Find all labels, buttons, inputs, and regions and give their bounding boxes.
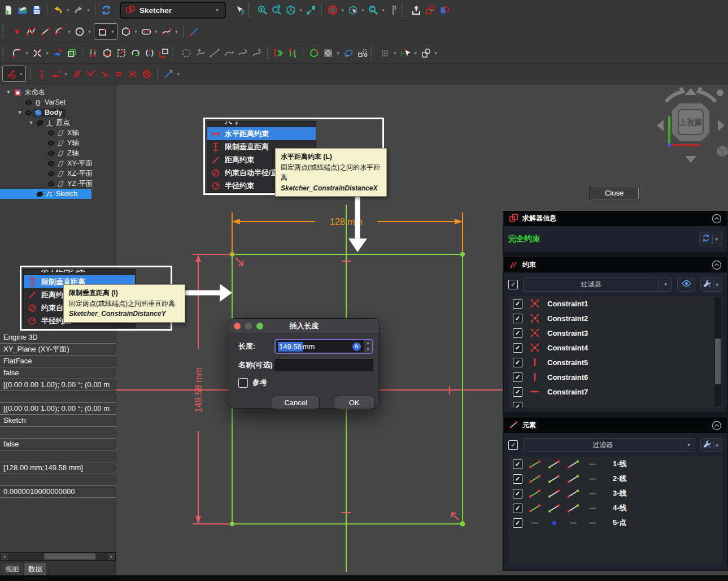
tree-item-YZ-平面[interactable]: YZ-平面 bbox=[0, 179, 116, 189]
nav-down-arrow[interactable] bbox=[685, 156, 696, 163]
dimension-icon[interactable] bbox=[4, 67, 18, 81]
clone-tool[interactable] bbox=[355, 46, 369, 60]
circle-tool[interactable]: ▾ bbox=[72, 24, 93, 38]
menu-item-clipped[interactable]: 尺寸 bbox=[207, 121, 316, 127]
element-checkbox[interactable] bbox=[513, 504, 522, 513]
whats-this-tool[interactable]: ? bbox=[233, 3, 247, 18]
rotate-view-tool[interactable]: ▾ bbox=[346, 3, 366, 18]
solver-refresh-button[interactable]: ▾ bbox=[699, 232, 722, 246]
ellipse-tool-tool[interactable] bbox=[341, 46, 355, 60]
vertex-top-left[interactable] bbox=[230, 252, 234, 257]
property-value-row[interactable]: [128.00 mm;149.58 mm] bbox=[0, 462, 116, 474]
open-file-tool[interactable] bbox=[15, 3, 29, 18]
constraint-checkbox[interactable] bbox=[513, 299, 522, 309]
constraint-row-Constraint2[interactable]: Constraint2 bbox=[508, 311, 722, 326]
symmetry-tool[interactable] bbox=[142, 46, 156, 60]
toolbar-grip[interactable] bbox=[370, 46, 376, 60]
polyline-icon[interactable] bbox=[24, 24, 38, 38]
collapse-elements-icon[interactable] bbox=[712, 420, 722, 431]
property-empty-row[interactable] bbox=[0, 450, 116, 462]
property-value-row[interactable]: FlatFace bbox=[0, 355, 116, 367]
dimension-horizontal-128[interactable]: 128 mm bbox=[232, 213, 463, 252]
collapse-constraints-icon[interactable] bbox=[712, 260, 722, 270]
eye-icon[interactable] bbox=[46, 140, 55, 147]
property-value-row[interactable]: Engine 3D bbox=[0, 332, 116, 344]
property-value-row[interactable]: 0.0000010000000000 bbox=[0, 486, 116, 498]
tree-item-XZ-平面[interactable]: XZ-平面 bbox=[0, 168, 116, 179]
tree-item-原点[interactable]: ▼原点 bbox=[0, 118, 116, 128]
increase-degree-tool[interactable] bbox=[250, 46, 264, 60]
rectangle-icon[interactable] bbox=[95, 24, 110, 38]
coincident-tool[interactable] bbox=[34, 67, 49, 81]
navigation-cube[interactable]: 上視圖 bbox=[653, 85, 728, 165]
internal-geometry-tool[interactable]: ▾ bbox=[321, 46, 341, 60]
fillet-icon[interactable] bbox=[10, 46, 24, 60]
split-icon[interactable] bbox=[86, 46, 100, 60]
rotate-left-arrow[interactable] bbox=[666, 88, 683, 102]
constraint-row-partial[interactable] bbox=[508, 399, 722, 407]
fit-selection-icon[interactable] bbox=[304, 3, 318, 18]
toolbar-grip[interactable] bbox=[2, 25, 7, 38]
whats-this-icon[interactable]: ? bbox=[233, 3, 247, 18]
construction-toggle-tool[interactable]: ▾ bbox=[161, 67, 181, 81]
zoom-selection-tool[interactable] bbox=[269, 3, 284, 18]
modify-curve-tool[interactable] bbox=[236, 46, 250, 60]
constraint-row-Constraint6[interactable]: Constraint6 bbox=[508, 370, 722, 384]
scroll-left-arrow[interactable]: ◂ bbox=[1, 553, 8, 560]
eye-icon[interactable] bbox=[24, 109, 33, 116]
property-value-row[interactable]: false bbox=[0, 367, 116, 379]
open-file-icon[interactable] bbox=[15, 3, 29, 18]
scroll-right-arrow[interactable]: ▸ bbox=[108, 553, 115, 560]
element-row-2-线[interactable]: 2-线 bbox=[508, 471, 722, 486]
rotate-tool-icon[interactable] bbox=[128, 46, 142, 60]
arc-dropdown[interactable]: ▾ bbox=[66, 29, 72, 34]
eye-icon[interactable] bbox=[46, 170, 55, 177]
eye-icon[interactable] bbox=[24, 99, 33, 106]
property-empty-row[interactable] bbox=[0, 474, 116, 486]
tree-item-Body[interactable]: ▼Body bbox=[0, 107, 116, 118]
nav-up-arrow[interactable] bbox=[685, 88, 696, 95]
menu-item-水平距离约束[interactable]: 水平距离约束 bbox=[207, 127, 316, 140]
fillet-tool[interactable]: ▾ bbox=[10, 46, 30, 60]
activate-constraints-tool[interactable] bbox=[307, 46, 321, 60]
extend-curve-tool[interactable] bbox=[221, 46, 236, 60]
tree-item-未命名[interactable]: ▼未命名 bbox=[0, 87, 116, 97]
rotate-view-dropdown[interactable]: ▾ bbox=[360, 7, 366, 13]
map-sketch-icon[interactable] bbox=[437, 3, 451, 18]
vertex-bottom-right[interactable] bbox=[460, 522, 465, 527]
close-button[interactable]: Close bbox=[589, 186, 639, 200]
trim-tool[interactable]: ▾ bbox=[30, 46, 50, 60]
save-icon[interactable] bbox=[29, 3, 43, 18]
point-on-object-dropdown[interactable]: ▾ bbox=[63, 71, 69, 77]
constraint-row-Constraint4[interactable]: Constraint4 bbox=[508, 340, 722, 355]
leave-sketch-tool[interactable] bbox=[409, 3, 423, 18]
ok-button[interactable]: OK bbox=[334, 396, 374, 409]
line-tool[interactable] bbox=[38, 24, 52, 38]
clone-icon[interactable] bbox=[355, 46, 369, 60]
solver-panel-header[interactable]: 求解器信息 bbox=[504, 211, 727, 226]
constraint-checkbox[interactable] bbox=[513, 358, 522, 367]
element-row-3-线[interactable]: 3-线 bbox=[508, 486, 722, 501]
trim-dropdown[interactable]: ▾ bbox=[44, 50, 50, 56]
edit-sketch-tool[interactable] bbox=[423, 3, 437, 18]
eye-slash-icon[interactable] bbox=[35, 119, 44, 127]
expression-fx-icon[interactable]: fx bbox=[352, 342, 361, 351]
length-spinner[interactable]: ▲▼ bbox=[363, 340, 372, 353]
rectangle-tool-active[interactable]: ▾ bbox=[94, 23, 117, 40]
construction-geo-icon[interactable] bbox=[187, 24, 201, 38]
constraint-row-Constraint7[interactable]: Constraint7 bbox=[508, 384, 722, 399]
modify-curve-icon[interactable] bbox=[236, 46, 250, 60]
arc-icon[interactable] bbox=[52, 24, 66, 38]
elements-master-checkbox[interactable] bbox=[508, 440, 518, 450]
insert-knot-tool[interactable] bbox=[193, 46, 207, 60]
dialog-titlebar[interactable]: 插入长度 bbox=[229, 319, 379, 334]
symmetric-tool[interactable] bbox=[125, 67, 140, 81]
slot-dropdown[interactable]: ▾ bbox=[153, 29, 159, 34]
rectangle-dropdown[interactable]: ▾ bbox=[110, 29, 116, 34]
constraint-checkbox[interactable] bbox=[513, 314, 522, 323]
constraints-filter-dropdown[interactable]: 过滤器 ▾ bbox=[523, 278, 672, 292]
constraint-checkbox[interactable] bbox=[513, 343, 522, 353]
clip-plane-tool[interactable]: ▾ bbox=[325, 3, 346, 18]
refresh-icon[interactable] bbox=[99, 3, 113, 18]
point-tool[interactable] bbox=[10, 24, 24, 38]
